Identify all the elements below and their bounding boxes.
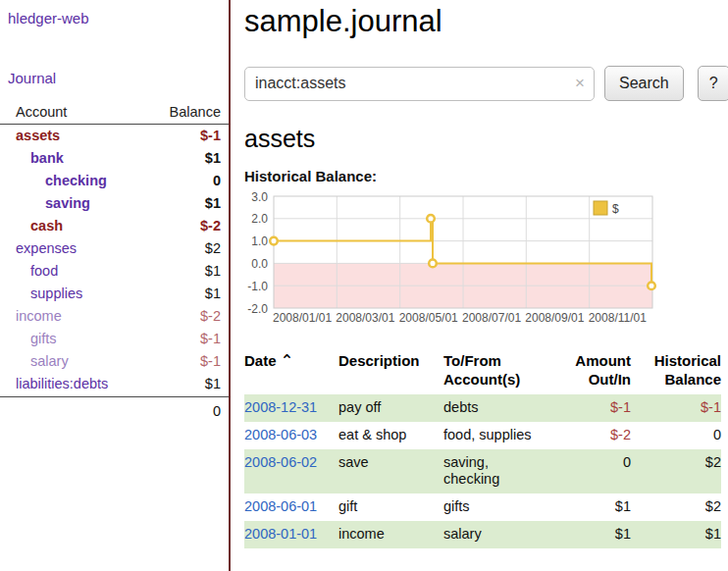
register-date-link[interactable]: 2008-12-31 (244, 399, 317, 415)
legend-label: $ (612, 202, 619, 216)
main-content: sample.journal × Search ? assets Histori… (244, 0, 728, 548)
svg-text:2008/07/01: 2008/07/01 (462, 311, 521, 325)
account-balance: $-2 (200, 215, 221, 237)
register-amount: $1 (566, 521, 631, 548)
register-accounts: debts (443, 394, 566, 422)
account-row: bank$1 (8, 147, 221, 170)
register-accounts: saving, checking (443, 449, 566, 493)
sidebar-account-checking[interactable]: checking (8, 170, 107, 192)
register-description: gift (338, 493, 443, 521)
account-balance: $1 (205, 373, 221, 395)
account-row: food$1 (8, 260, 221, 283)
svg-text:2008/05/01: 2008/05/01 (399, 311, 458, 325)
col-header-amount: AmountOut/In (566, 351, 631, 394)
account-row: gifts$-1 (8, 328, 221, 350)
sidebar-account-liabilities-debts[interactable]: liabilities:debts (8, 373, 108, 395)
register-row: 2008-12-31 pay off debts $-1 $-1 (244, 394, 721, 422)
sidebar-account-assets[interactable]: assets (8, 125, 60, 147)
account-balance: $-2 (200, 305, 221, 328)
register-amount: $-2 (566, 422, 631, 449)
accounts-panel: Account Balance assets$-1 bank$1 checkin… (8, 104, 221, 420)
x-axis-labels: 2008/01/01 2008/03/01 2008/05/01 2008/07… (273, 311, 647, 325)
sidebar-account-income[interactable]: income (8, 305, 62, 328)
account-balance: 0 (213, 170, 221, 192)
sidebar: hledger-web Journal Account Balance asse… (0, 0, 231, 571)
date-header-label: Date (244, 352, 277, 369)
register-row: 2008-06-01 gift gifts $1 $2 (244, 493, 721, 521)
register-balance: $1 (631, 521, 721, 548)
sidebar-account-bank[interactable]: bank (8, 147, 64, 170)
account-row: saving$1 (8, 192, 221, 215)
sidebar-account-saving[interactable]: saving (8, 192, 90, 215)
register-row: 2008-06-02 save saving, checking 0 $2 (244, 449, 721, 493)
register-date-link[interactable]: 2008-06-03 (244, 427, 317, 442)
register-accounts: food, supplies (443, 422, 566, 449)
svg-text:-1.0: -1.0 (247, 280, 268, 293)
page-title: sample.journal (244, 4, 728, 39)
y-axis-labels: 3.0 2.0 1.0 0.0 -1.0 -2.0 (247, 190, 268, 316)
search-form: × Search ? (244, 66, 728, 101)
svg-text:0.0: 0.0 (251, 257, 268, 271)
help-button[interactable]: ? (698, 66, 728, 101)
register-amount: 0 (566, 449, 631, 493)
svg-text:2008/09/01: 2008/09/01 (525, 311, 584, 325)
col-header-balance: HistoricalBalance (631, 351, 721, 394)
account-balance: $1 (205, 192, 221, 215)
account-balance: $1 (205, 147, 221, 170)
account-row: income$-2 (8, 305, 221, 328)
col-header-accounts: To/FromAccount(s) (443, 351, 566, 394)
register-header-row: Date ⌃ Description To/FromAccount(s) Amo… (244, 351, 721, 394)
register-date-link[interactable]: 2008-06-02 (244, 454, 317, 470)
sidebar-account-expenses[interactable]: expenses (8, 237, 77, 260)
col-header-description: Description (338, 351, 443, 394)
accounts-total: 0 (0, 396, 229, 420)
accounts-header-row: Account Balance (0, 104, 229, 125)
sidebar-account-supplies[interactable]: supplies (8, 283, 82, 305)
account-balance: $1 (205, 283, 221, 305)
account-row: checking0 (8, 170, 221, 192)
register-table: Date ⌃ Description To/FromAccount(s) Amo… (244, 351, 721, 548)
account-row: assets$-1 (8, 125, 221, 147)
sidebar-account-food[interactable]: food (8, 260, 58, 283)
register-date-link[interactable]: 2008-06-01 (244, 498, 317, 514)
register-amount: $1 (566, 493, 631, 521)
sidebar-account-salary[interactable]: salary (8, 350, 69, 373)
historical-balance-chart: 3.0 2.0 1.0 0.0 -1.0 -2.0 2008/01/01 200… (244, 190, 666, 326)
sort-asc-icon: ⌃ (281, 352, 293, 369)
register-description: eat & shop (338, 422, 443, 449)
account-row: salary$-1 (8, 350, 221, 373)
register-description: income (338, 521, 443, 548)
sidebar-account-gifts[interactable]: gifts (8, 328, 57, 350)
account-balance: $2 (205, 237, 221, 260)
search-input[interactable] (244, 67, 595, 101)
svg-text:1.0: 1.0 (251, 234, 268, 248)
svg-text:2008/03/01: 2008/03/01 (336, 311, 394, 325)
account-balance: $1 (205, 260, 221, 283)
chart-title: Historical Balance: (244, 168, 728, 184)
clear-search-icon[interactable]: × (575, 74, 585, 93)
account-row: expenses$2 (8, 237, 221, 260)
register-row: 2008-01-01 income salary $1 $1 (244, 521, 721, 548)
register-balance: $2 (631, 493, 721, 521)
register-balance: $-1 (631, 394, 721, 422)
register-row: 2008-06-03 eat & shop food, supplies $-2… (244, 422, 721, 449)
svg-text:2008/11/01: 2008/11/01 (589, 311, 647, 325)
svg-text:-2.0: -2.0 (247, 302, 268, 316)
balance-col-header: Balance (170, 104, 221, 120)
register-accounts: salary (443, 521, 566, 548)
register-balance: 0 (631, 422, 721, 449)
register-description: save (338, 449, 443, 493)
register-date-link[interactable]: 2008-01-01 (244, 526, 317, 542)
sidebar-account-cash[interactable]: cash (8, 215, 63, 237)
nav-journal-link[interactable]: Journal (8, 70, 221, 86)
chart-legend: $ (590, 199, 650, 218)
account-balance: $-1 (200, 125, 221, 147)
account-heading: assets (244, 125, 728, 153)
col-header-date[interactable]: Date ⌃ (244, 351, 338, 394)
accounts-col-header: Account (16, 104, 67, 120)
register-accounts: gifts (443, 493, 566, 521)
account-row: supplies$1 (8, 283, 221, 305)
search-button[interactable]: Search (604, 66, 684, 101)
svg-text:2.0: 2.0 (251, 212, 268, 226)
app-title-link[interactable]: hledger-web (8, 10, 221, 26)
